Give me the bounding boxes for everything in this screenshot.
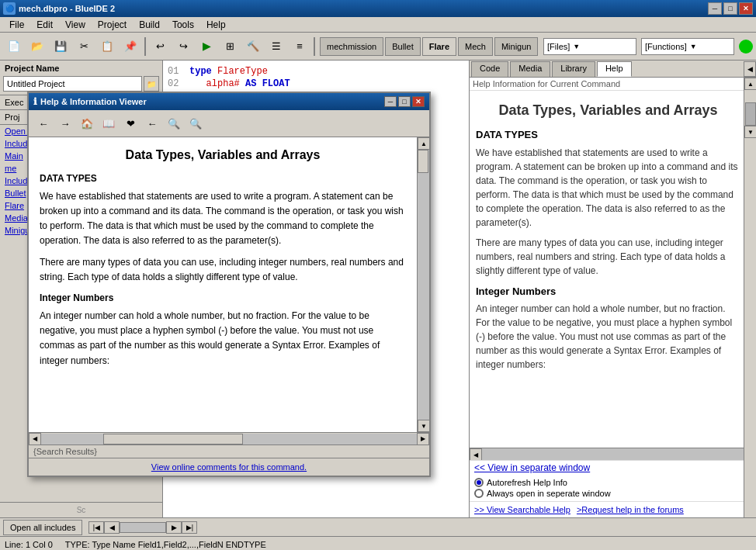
right-help-section2: Integer Numbers	[476, 284, 740, 299]
functions-dropdown-arrow: ▼	[690, 43, 697, 50]
menu-file[interactable]: File	[3, 18, 30, 32]
files-dropdown[interactable]: [Files] ▼	[543, 38, 636, 55]
dialog-search2-btn[interactable]: 🔍	[186, 113, 206, 133]
paste-button[interactable]: 📌	[120, 36, 141, 57]
nav-end-btn[interactable]: ▶|	[182, 521, 197, 534]
project-section: Project Name 📁	[0, 61, 162, 95]
view-separate-link[interactable]: << View in separate window	[474, 462, 590, 473]
dialog-close[interactable]: ✕	[412, 96, 425, 107]
right-panel: Code Media Library Help ◀ Help Informati…	[469, 61, 756, 517]
undo-button[interactable]: ↩	[149, 36, 171, 57]
grid-button[interactable]: ⊞	[219, 36, 241, 57]
right-help-para3: An integer number can hold a whole numbe…	[476, 302, 740, 372]
dialog-home-btn[interactable]: 🏠	[77, 113, 97, 133]
dialog-book-btn[interactable]: 📖	[99, 113, 119, 133]
dialog-title-bar: ℹ Help & Information Viewer ─ □ ✕	[29, 93, 429, 110]
copy-button[interactable]: 📋	[96, 36, 118, 57]
tab-library[interactable]: Library	[552, 61, 595, 77]
run-button[interactable]: ▶	[196, 36, 217, 57]
dialog-search-results: {Search Results}	[29, 444, 429, 458]
maximize-button[interactable]: □	[723, 2, 737, 15]
dialog-toolbar: ← → 🏠 📖 ❤ ← 🔍 🔍	[29, 110, 429, 137]
radio-group: Autorefresh Help Info Always open in sep…	[470, 475, 756, 501]
toolbar-tab-minigun[interactable]: Minigun	[494, 37, 539, 56]
bottom-toolbar: Open all includes |◀ ◀ ▶ ▶|	[0, 517, 756, 536]
toolbar-tab-mech[interactable]: Mech	[458, 37, 493, 56]
dialog-section2: There are many types of data you can use…	[40, 255, 406, 285]
status-type-hint: TYPE: Type Name Field1,Field2,...,FieldN…	[65, 540, 266, 549]
redo-button[interactable]: ↪	[172, 36, 194, 57]
code-line-2: 02 alpha# AS FLOAT	[168, 78, 464, 90]
dialog-maximize[interactable]: □	[398, 96, 411, 107]
dialog-para2: An integer number can hold a whole numbe…	[40, 309, 406, 368]
view-searchable-link[interactable]: >> View Searchable Help	[474, 505, 570, 514]
dialog-search1-btn[interactable]: 🔍	[164, 113, 184, 133]
list1-button[interactable]: ☰	[265, 36, 287, 57]
open-button[interactable]: 📂	[26, 36, 48, 57]
status-bar: Line: 1 Col 0 TYPE: Type Name Field1,Fie…	[0, 536, 756, 550]
dialog-para1: We have established that statements are …	[40, 189, 406, 249]
app-icon: 🔵	[3, 2, 16, 15]
project-name-input[interactable]	[3, 76, 142, 92]
minimize-button[interactable]: ─	[708, 2, 722, 15]
compile-button[interactable]: 🔨	[242, 36, 264, 57]
always-open-radio[interactable]	[474, 489, 484, 498]
status-indicator	[739, 40, 753, 54]
title-bar: 🔵 mech.dbpro - BlueIDE 2 ─ □ ✕	[0, 0, 756, 17]
dialog-vscroll[interactable]: ▲ ▼	[417, 137, 429, 432]
dialog-forward-btn[interactable]: →	[55, 113, 75, 133]
sep1	[144, 37, 146, 56]
right-tabs: Code Media Library Help ◀	[470, 61, 756, 78]
close-button[interactable]: ✕	[739, 2, 753, 15]
save-button[interactable]: 💾	[50, 36, 71, 57]
help-info-label: Help Information for Current Command	[470, 78, 756, 91]
dialog-online-link[interactable]: View online comments for this command.	[151, 462, 307, 472]
sep2	[314, 37, 315, 56]
right-hscroll[interactable]: ◀ ▶	[470, 448, 756, 460]
request-help-link[interactable]: >Request help in the forums	[577, 505, 684, 514]
right-bottom-links: >> View Searchable Help >Request help in…	[470, 501, 756, 517]
dialog-hscroll[interactable]: ◀ ▶	[29, 432, 429, 444]
nav-prev-btn[interactable]: |◀	[88, 521, 104, 534]
nav-fwd-btn[interactable]: ▶	[166, 521, 182, 534]
list2-button[interactable]: ≡	[289, 36, 310, 57]
sidebar-sc: Sc	[0, 502, 162, 517]
toolbar-tab-bullet[interactable]: Bullet	[385, 37, 421, 56]
dialog-content: Data Types, Variables and Arrays DATA TY…	[29, 137, 429, 432]
menu-edit[interactable]: Edit	[30, 18, 59, 32]
menu-view[interactable]: View	[59, 18, 92, 32]
nav-back-btn[interactable]: ◀	[104, 521, 120, 534]
dialog-fav-btn[interactable]: ❤	[120, 113, 140, 133]
exec-label: Exec	[2, 96, 26, 109]
right-vscroll[interactable]: ▲ ▼	[744, 78, 756, 517]
project-browse-button[interactable]: 📁	[144, 76, 159, 92]
new-button[interactable]: 📄	[3, 36, 25, 57]
dialog-minimize[interactable]: ─	[384, 96, 397, 107]
right-panel-collapse[interactable]: ◀	[744, 61, 756, 77]
tab-media[interactable]: Media	[510, 61, 550, 77]
tab-help[interactable]: Help	[597, 61, 632, 77]
menu-help[interactable]: Help	[200, 18, 232, 32]
open-includes-btn[interactable]: Open all includes	[3, 520, 82, 535]
tab-code[interactable]: Code	[471, 61, 508, 77]
right-help-section1: DATA TYPES	[476, 127, 740, 143]
cut-button[interactable]: ✂	[73, 36, 95, 57]
help-dialog[interactable]: ℹ Help & Information Viewer ─ □ ✕ ← → 🏠 …	[27, 92, 431, 477]
right-help-title: Data Types, Variables and Arrays	[476, 100, 740, 121]
toolbar: 📄 📂 💾 ✂ 📋 📌 ↩ ↪ ▶ ⊞ 🔨 ☰ ≡ mechmission Bu…	[0, 33, 756, 61]
functions-dropdown[interactable]: [Functions] ▼	[641, 38, 734, 55]
proj-label: Proj	[2, 111, 23, 123]
dialog-section3: Integer Numbers	[40, 291, 406, 306]
toolbar-tab-flare[interactable]: Flare	[422, 37, 456, 56]
toolbar-tab-mechmission[interactable]: mechmission	[320, 37, 383, 56]
dialog-arrow-btn[interactable]: ←	[142, 113, 162, 133]
dialog-back-btn[interactable]: ←	[33, 113, 54, 133]
menu-project[interactable]: Project	[92, 18, 133, 32]
menu-build[interactable]: Build	[133, 18, 166, 32]
files-dropdown-arrow: ▼	[573, 43, 580, 50]
status-line-col: Line: 1 Col 0	[5, 540, 53, 549]
menu-bar: File Edit View Project Build Tools Help	[0, 17, 756, 33]
autorefresh-radio[interactable]	[474, 478, 484, 487]
menu-tools[interactable]: Tools	[166, 18, 200, 32]
right-help-para2: There are many types of data you can use…	[476, 236, 740, 278]
